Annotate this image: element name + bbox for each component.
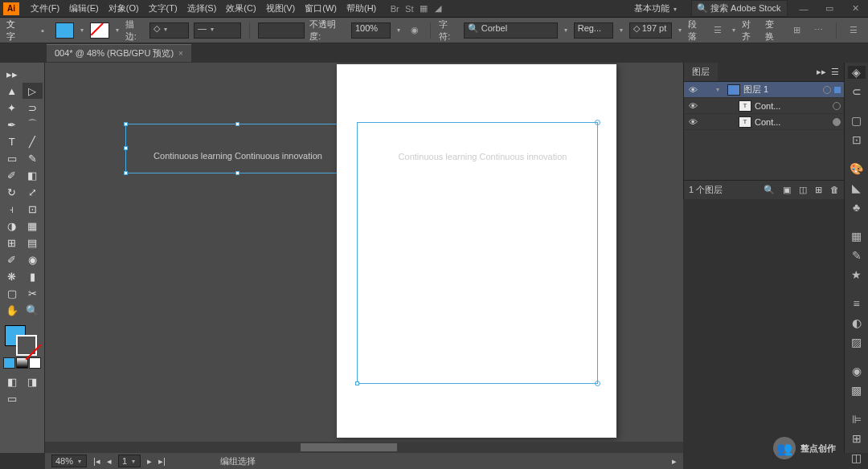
slice-tool[interactable]: ✂: [23, 285, 43, 301]
asset-dock-icon[interactable]: ⊡: [848, 133, 866, 146]
layer-name-1[interactable]: Cont...: [755, 101, 829, 111]
handle-ml[interactable]: [124, 146, 128, 150]
minimize-button[interactable]: —: [794, 2, 813, 16]
magic-wand-tool[interactable]: ✦: [2, 100, 23, 116]
font-family[interactable]: 🔍 Corbel: [464, 22, 558, 39]
curvature-tool[interactable]: ⌒: [23, 116, 43, 133]
eyedropper-tool[interactable]: ✐: [2, 251, 23, 267]
layer-row-1[interactable]: 👁 T Cont...: [684, 98, 844, 114]
nav-next-icon[interactable]: ▸: [147, 456, 152, 467]
pathfinder-dock-icon[interactable]: ◫: [848, 451, 866, 464]
handle-bm[interactable]: [235, 171, 240, 175]
para-panel-icon[interactable]: ☰: [710, 22, 726, 39]
fill-color[interactable]: [55, 22, 74, 39]
draw-mode[interactable]: ◧: [2, 373, 23, 389]
shaper-tool[interactable]: ✐: [2, 167, 23, 183]
graphic-styles-dock-icon[interactable]: ▩: [848, 384, 866, 397]
panel-menu-icon[interactable]: ☰: [846, 22, 862, 39]
panel-menu-icon[interactable]: ☰: [831, 67, 839, 77]
eraser-tool[interactable]: ◧: [23, 167, 43, 183]
visibility-icon[interactable]: 👁: [687, 85, 698, 95]
menu-object[interactable]: 对象(O): [104, 2, 144, 14]
nav-last-icon[interactable]: ▸|: [158, 456, 166, 467]
layer-row-0[interactable]: 👁 ▾ 图层 1: [684, 82, 844, 98]
expand-arrow[interactable]: ▾: [716, 86, 724, 93]
close-button[interactable]: ✕: [845, 2, 865, 16]
direct-selection-tool[interactable]: ▷: [23, 83, 43, 99]
layers-tab[interactable]: 图层: [684, 63, 718, 81]
mesh-tool[interactable]: ⊞: [2, 234, 23, 251]
blend-tool[interactable]: ◉: [23, 251, 43, 267]
target-icon[interactable]: [823, 86, 831, 94]
symbol-sprayer-tool[interactable]: ❋: [2, 268, 23, 284]
menu-type[interactable]: 文字(T): [144, 2, 182, 14]
paintbrush-tool[interactable]: ✎: [23, 150, 43, 166]
delete-layer-icon[interactable]: 🗑: [830, 185, 839, 195]
new-layer-icon[interactable]: ⊞: [815, 185, 822, 195]
artboard-tool[interactable]: ▢: [2, 285, 23, 301]
horizontal-scrollbar[interactable]: [45, 442, 683, 453]
gradient-dock-icon[interactable]: ◐: [848, 316, 866, 329]
menu-edit[interactable]: 编辑(E): [64, 2, 104, 14]
font-size[interactable]: ◇ 197 pt: [629, 22, 673, 39]
menu-select[interactable]: 选择(S): [182, 2, 222, 14]
menu-help[interactable]: 帮助(H): [342, 2, 381, 14]
workspace-switcher[interactable]: 基本功能 ▾: [631, 1, 682, 16]
handle-tm[interactable]: [235, 122, 240, 126]
screen-mode[interactable]: ▭: [2, 390, 23, 406]
perspective-tool[interactable]: ▦: [23, 218, 43, 234]
options-icon[interactable]: ⋯: [811, 22, 826, 39]
stroke-profile[interactable]: — ▾: [194, 22, 241, 39]
artboard-nav[interactable]: 1▾: [118, 455, 141, 467]
handle-bl[interactable]: [124, 171, 128, 175]
out-port[interactable]: [595, 381, 600, 386]
bridge-icon[interactable]: Br: [387, 2, 402, 15]
appearance-dock-icon[interactable]: ◉: [848, 365, 866, 377]
transform-dock-icon[interactable]: ⊞: [848, 432, 866, 445]
scale-tool[interactable]: ⤢: [23, 184, 43, 200]
nav-prev-icon[interactable]: ◂: [107, 456, 112, 467]
club-dock-icon[interactable]: ♣: [848, 201, 866, 214]
libraries-dock-icon[interactable]: ⊂: [848, 85, 866, 98]
visibility-icon[interactable]: 👁: [687, 117, 698, 127]
layer-name-0[interactable]: 图层 1: [743, 84, 820, 96]
lasso-tool[interactable]: ⊃: [23, 100, 43, 116]
stroke-dd[interactable]: ▾: [116, 27, 119, 34]
gpu-icon[interactable]: ◢: [431, 2, 445, 15]
rectangle-tool[interactable]: ▭: [2, 150, 23, 166]
recolor-icon[interactable]: ◉: [407, 22, 422, 39]
pen-tool[interactable]: ✒: [2, 116, 23, 133]
symbols-dock-icon[interactable]: ★: [848, 268, 866, 281]
stroke-weight[interactable]: ◇ ▾: [149, 22, 189, 39]
layer-name-2[interactable]: Cont...: [755, 117, 829, 127]
artboards-dock-icon[interactable]: ▢: [848, 114, 866, 127]
opacity-input[interactable]: 100%: [351, 22, 391, 39]
selected-text-frame[interactable]: Continuous learning Continuous innovatio…: [125, 124, 350, 173]
tab-close-icon[interactable]: ×: [178, 49, 183, 58]
brushes-dock-icon[interactable]: ✎: [848, 249, 866, 262]
visibility-icon[interactable]: 👁: [687, 101, 698, 111]
align-label[interactable]: 对齐: [742, 18, 759, 43]
stroke-swatch[interactable]: [16, 335, 37, 356]
target-icon[interactable]: [833, 118, 841, 126]
transform-label[interactable]: 变换: [765, 18, 782, 43]
stroke-color[interactable]: [90, 22, 108, 39]
fill-stroke-control[interactable]: [2, 324, 43, 356]
width-tool[interactable]: ⫞: [2, 201, 23, 217]
handle-tl[interactable]: [124, 122, 128, 126]
none-mode[interactable]: [29, 357, 41, 369]
brush-def[interactable]: [258, 22, 305, 39]
stock-icon[interactable]: St: [402, 2, 416, 15]
layers-dock-icon[interactable]: ◈: [848, 66, 866, 79]
hand-tool[interactable]: ✋: [2, 302, 23, 318]
frame-handle-bl[interactable]: [355, 381, 359, 385]
menu-window[interactable]: 窗口(W): [300, 2, 342, 14]
free-transform-tool[interactable]: ⊡: [23, 201, 43, 217]
stroke-dock-icon[interactable]: ≡: [848, 297, 866, 310]
panel-collapse-icon[interactable]: ▸▸: [817, 67, 826, 77]
swatches-dock-icon[interactable]: ▦: [848, 230, 866, 243]
menu-effect[interactable]: 效果(C): [221, 2, 260, 14]
gradient-tool[interactable]: ▤: [23, 234, 43, 251]
color-mode[interactable]: [3, 357, 15, 369]
text-frame-outline[interactable]: [357, 122, 598, 384]
